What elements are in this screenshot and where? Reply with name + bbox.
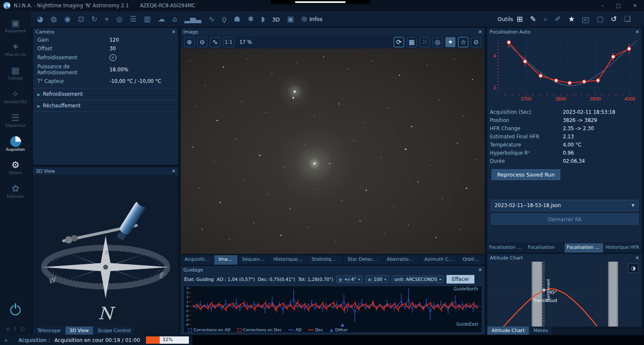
guide-status: État: Guiding [184, 277, 214, 282]
svg-text:2: 2 [186, 296, 188, 299]
status-bar: « Acquisition : Acquisition en cour 00:1… [0, 335, 644, 345]
tab-altitude-chart[interactable]: Altitude Chart [487, 327, 529, 335]
tab-aberration-ir[interactable]: Aberration Ir [383, 255, 420, 265]
sidebar-item-options[interactable]: ⚙ Options [0, 157, 31, 177]
telescope-3d-model[interactable]: N W E S [33, 175, 178, 327]
autofocus-panel-close-icon[interactable]: ✕ [635, 29, 639, 35]
image-frame-icon[interactable]: ▣ [287, 15, 294, 23]
guide-yscale-select[interactable]: y: +/-4"▾ [336, 275, 362, 283]
tab-acquisition[interactable]: Acquisition [180, 255, 214, 265]
tab-t-lescope[interactable]: Télescope [33, 327, 65, 335]
equipment-icon: ▣ [11, 18, 20, 28]
guide-unit-select[interactable]: unit: ARCSECONDS▾ [392, 275, 444, 283]
focuser-icon[interactable]: ⊡ [78, 15, 84, 23]
tab-orbitals[interactable]: Orbitals [458, 255, 485, 265]
sidebar-item-acquisition[interactable]: Acquisition [0, 134, 31, 154]
autofocus-button[interactable]: AF [582, 17, 589, 23]
plugin-icon: ✿ [12, 183, 19, 194]
grid-overlay-button[interactable]: ▦ [407, 37, 417, 47]
no-annotate-button[interactable]: ⊘ [471, 37, 481, 47]
clear-guide-graph-button[interactable]: Effacer [447, 275, 474, 284]
bar-chart-icon[interactable]: ▂▅▃ [185, 15, 201, 23]
tab-image[interactable]: Image [214, 255, 237, 265]
tab-focalisation-aut[interactable]: Focalisation Aut [565, 243, 604, 253]
planet-icon[interactable]: ◗ [261, 15, 265, 23]
power-button[interactable] [0, 300, 31, 320]
reprocess-saved-run-button[interactable]: Reprocess Saved Run [492, 169, 560, 180]
sidebar-item-atlas-du-ciel[interactable]: ✶ Atlas du ciel [0, 39, 31, 59]
image-toolbar: ⊕⊖↔1:117 % ⟳▦⁙◎✦☆⊘ [181, 36, 485, 49]
observatory-globe-icon[interactable]: ◍ [51, 15, 57, 23]
camera-panel-title: Caméra [36, 29, 54, 35]
saved-run-dropdown[interactable]: 2023-02-11--18-53-18.json▼ [491, 200, 638, 211]
3d-view-button[interactable]: 3D [272, 16, 280, 23]
signal-graph-icon[interactable]: ∿ [209, 15, 215, 23]
crosshair-button[interactable]: ◎ [432, 37, 443, 47]
sky-atlas-icon: ✶ [12, 42, 19, 52]
guider-icon[interactable]: ◎ [116, 15, 123, 23]
start-autofocus-button[interactable]: Démarrer FA [491, 214, 638, 225]
star-annotate-button[interactable]: ☆ [458, 37, 468, 47]
close-button[interactable]: ✕ [633, 3, 637, 9]
dome-icon[interactable]: ⌂ [173, 15, 177, 23]
tab-scope-control[interactable]: Scope Control [94, 327, 136, 335]
bulb-icon[interactable]: ϙ [222, 15, 226, 23]
tab-focalisation-ma[interactable]: Focalisation Ma [487, 243, 526, 253]
star-icon[interactable]: ★ [568, 15, 574, 23]
pen-icon[interactable]: ✎ [530, 15, 536, 23]
tab-m-t-o[interactable]: Météo [529, 327, 553, 335]
tab-azimuth-cha[interactable]: Azimuth Cha [420, 255, 459, 265]
collapse-sidebar-button[interactable]: « [4, 337, 7, 343]
camera-icon[interactable]: ◕ [37, 15, 43, 23]
image-panel-close-icon[interactable]: ✕ [478, 29, 482, 35]
telescope-icon[interactable]: ⌖ [105, 15, 109, 23]
rotator-icon[interactable]: ↻ [91, 15, 97, 23]
fit-to-screen-button[interactable]: ↔ [210, 37, 220, 47]
magnifier-icon[interactable]: ⌕ [544, 15, 548, 23]
camera-panel-close-icon[interactable]: ✕ [172, 29, 176, 35]
one-to-one-button[interactable]: 1:1 [223, 37, 234, 47]
tab-s-quence[interactable]: Séquence [238, 255, 269, 265]
tab-star-detectio[interactable]: Star Detectio [343, 255, 383, 265]
info-circle-icon[interactable]: ⓘ [20, 326, 25, 333]
eye-icon[interactable]: ⊙ [6, 327, 10, 332]
tab-focalisation[interactable]: Focalisation [526, 243, 565, 253]
auto-stretch-wand-button[interactable]: ✦ [445, 37, 456, 47]
zoom-out-button[interactable]: ⊖ [197, 37, 207, 47]
frame-box-icon[interactable]: ▢ [596, 15, 603, 23]
sidebar-item-extension[interactable]: ✿ Extension [0, 181, 31, 201]
flat-panel-icon[interactable]: ☰ [130, 15, 136, 23]
help-icon[interactable]: ? [14, 327, 16, 332]
star-detection-button[interactable]: ⁙ [419, 37, 430, 47]
shield-icon[interactable]: ☗ [234, 15, 240, 23]
auto-rotate-button[interactable]: ⟳ [394, 37, 404, 47]
captured-image-canvas[interactable] [181, 49, 485, 254]
altitude-panel-close-icon[interactable]: ✕ [635, 255, 639, 261]
sidebar-item-assistant-plu[interactable]: ✧ Assistant PLU [0, 86, 31, 107]
tab-3d-view[interactable]: 3D View [65, 327, 94, 335]
switch-icon[interactable]: ▥ [144, 15, 151, 23]
sidebar-item-equipement[interactable]: ▣ Équipement [0, 15, 31, 36]
modules-grid-icon[interactable]: ⊞ [516, 15, 522, 23]
guidage-panel-close-icon[interactable]: ✕ [478, 267, 482, 273]
plugin-flower-icon[interactable]: ✱ [248, 15, 254, 23]
sidebar-item-sequenceur[interactable]: ☰ Séquenceur [0, 110, 31, 130]
sidebar-item-cadrage[interactable]: ▦ Cadrage [0, 63, 31, 83]
tab-historique-in[interactable]: Historique In [269, 255, 307, 265]
info-wheel-icon[interactable]: ⊛Infos [301, 15, 322, 23]
tab-statistiques[interactable]: Statistiques [307, 255, 343, 265]
zoom-in-button[interactable]: ⊕ [184, 37, 194, 47]
maximize-button[interactable]: □ [616, 3, 621, 9]
expander-réchauffement[interactable]: ▶Réchauffement [33, 100, 178, 112]
moon-phase-button[interactable]: ◑ [628, 263, 638, 273]
weather-cloud-icon[interactable]: ☁ [158, 15, 165, 23]
guide-xscale-select[interactable]: x: 100▾ [365, 275, 389, 283]
expander-refroidissement[interactable]: ▶Refroidissement [33, 88, 178, 100]
filter-wheel-icon[interactable]: ◉ [64, 15, 71, 23]
fullscreen-icon[interactable]: ❏ [624, 15, 631, 23]
history-icon[interactable]: ↺ [611, 15, 617, 23]
brush-icon[interactable]: ✐ [555, 15, 561, 23]
minimize-button[interactable]: – [601, 3, 604, 9]
tab-historique-hfr[interactable]: Historique HFR [604, 243, 643, 253]
3d-view-panel-close-icon[interactable]: ✕ [172, 168, 176, 174]
